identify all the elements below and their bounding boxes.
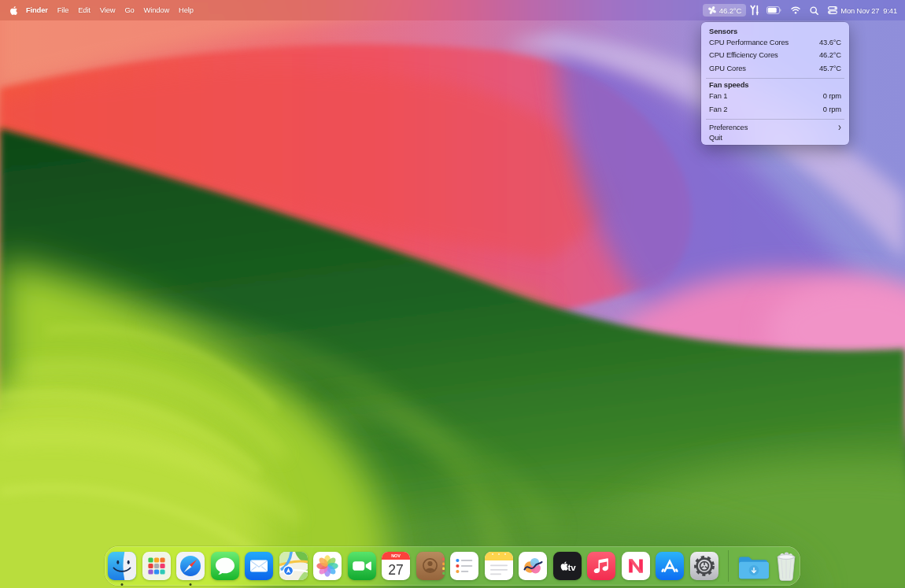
submenu-chevron-icon: › bbox=[838, 121, 841, 133]
running-indicator bbox=[190, 583, 192, 586]
menu-item-finder[interactable]: Finder bbox=[21, 0, 53, 20]
menu-separator bbox=[706, 119, 844, 120]
dock-icon-facetime[interactable] bbox=[348, 552, 376, 580]
dock-icon-tv[interactable]: tv bbox=[553, 552, 582, 580]
sensor-label: CPU Performance Cores bbox=[709, 38, 789, 46]
menu-separator bbox=[706, 78, 844, 79]
menu-item-view[interactable]: View bbox=[95, 0, 120, 20]
dock-icon-messages[interactable] bbox=[211, 552, 239, 580]
dock-icon-settings[interactable] bbox=[690, 552, 718, 580]
fan-sensor-icon bbox=[707, 6, 717, 15]
dock-icon-launchpad[interactable] bbox=[142, 552, 171, 580]
menu-section-fan-speeds: Fan speeds bbox=[701, 80, 849, 90]
dock-icon-music[interactable] bbox=[587, 552, 615, 580]
preferences-label: Preferences bbox=[709, 123, 748, 131]
fan-value: 0 rpm bbox=[823, 91, 841, 100]
menu-item-gpu-cores[interactable]: GPU Cores 45.7°C bbox=[701, 61, 849, 75]
dock-icon-safari[interactable] bbox=[176, 552, 205, 580]
dock-icon-notes[interactable] bbox=[485, 552, 513, 580]
quit-label: Quit bbox=[709, 133, 722, 142]
sensor-label: GPU Cores bbox=[709, 64, 746, 72]
dock-icon-reminders[interactable] bbox=[450, 552, 478, 580]
menu-item-file[interactable]: File bbox=[53, 0, 74, 20]
control-center-icon[interactable] bbox=[828, 6, 837, 14]
menu-item-fan-1[interactable]: Fan 1 0 rpm bbox=[701, 90, 849, 103]
temperature-status-item[interactable]: 46.2°C bbox=[703, 4, 747, 17]
search-icon[interactable] bbox=[810, 6, 818, 15]
vertical-sliders-icon[interactable] bbox=[750, 5, 759, 16]
tv-label: tv bbox=[567, 563, 576, 572]
dock-icon-trash[interactable] bbox=[775, 552, 797, 581]
clock-time: 9:41 bbox=[883, 6, 897, 15]
dock-separator bbox=[728, 550, 729, 582]
menu-item-cpu-efficiency[interactable]: CPU Efficiency Cores 46.2°C bbox=[701, 49, 849, 62]
calendar-month-label: NOV bbox=[391, 553, 401, 558]
sensor-value: 43.6°C bbox=[819, 38, 841, 46]
dock-icon-appstore[interactable] bbox=[656, 552, 684, 580]
temperature-value: 46.2°C bbox=[719, 6, 742, 15]
sensor-label: CPU Efficiency Cores bbox=[709, 50, 778, 59]
menu-section-sensors: Sensors bbox=[701, 27, 849, 36]
menu-item-cpu-performance[interactable]: CPU Performance Cores 43.6°C bbox=[701, 35, 849, 49]
running-indicator bbox=[121, 583, 124, 586]
menubar-clock[interactable]: Mon Nov 27 9:41 bbox=[840, 6, 897, 15]
menu-item-help[interactable]: Help bbox=[174, 0, 198, 20]
dock-icon-calendar[interactable]: NOV 27 bbox=[382, 552, 410, 580]
status-bar: 46.2°C bbox=[703, 4, 897, 17]
desktop: Finder File Edit View Go Window Help 46.… bbox=[0, 0, 905, 588]
dock-icon-photos[interactable] bbox=[313, 552, 342, 580]
dock-icon-news[interactable] bbox=[622, 552, 650, 580]
fan-value: 0 rpm bbox=[823, 105, 841, 113]
clock-date: Mon Nov 27 bbox=[840, 6, 879, 15]
dock-icon-downloads[interactable] bbox=[737, 553, 769, 579]
menu-item-go[interactable]: Go bbox=[120, 0, 139, 20]
sensor-value: 45.7°C bbox=[819, 64, 841, 72]
apple-menu[interactable] bbox=[9, 5, 18, 16]
dock-icon-mail[interactable] bbox=[245, 552, 273, 580]
menu-item-fan-2[interactable]: Fan 2 0 rpm bbox=[701, 102, 849, 116]
fan-label: Fan 1 bbox=[709, 91, 727, 100]
wifi-icon[interactable] bbox=[791, 6, 800, 14]
dock-icon-maps[interactable] bbox=[279, 552, 308, 580]
fan-label: Fan 2 bbox=[709, 105, 727, 113]
menu-item-preferences[interactable]: Preferences › bbox=[701, 122, 849, 132]
battery-icon[interactable] bbox=[766, 6, 781, 14]
dock-icon-freeform[interactable] bbox=[519, 552, 547, 580]
menu-item-quit[interactable]: Quit bbox=[701, 132, 849, 142]
dock: NOV 27 bbox=[105, 546, 800, 586]
sensors-dropdown-menu: Sensors CPU Performance Cores 43.6°C CPU… bbox=[701, 22, 849, 145]
menu-item-window[interactable]: Window bbox=[139, 0, 174, 20]
dock-icon-contacts[interactable] bbox=[416, 552, 445, 580]
menu-item-edit[interactable]: Edit bbox=[73, 0, 95, 20]
sensor-value: 46.2°C bbox=[819, 50, 841, 59]
calendar-day-label: 27 bbox=[389, 562, 404, 578]
dock-icon-finder[interactable] bbox=[108, 552, 136, 580]
menu-bar: Finder File Edit View Go Window Help 46.… bbox=[0, 0, 905, 20]
